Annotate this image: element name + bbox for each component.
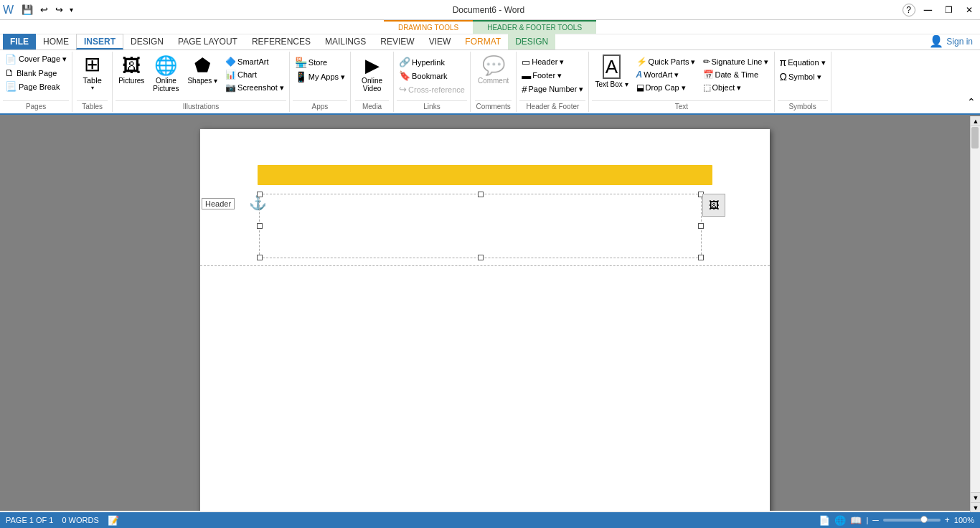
undo-btn[interactable]: ↩ bbox=[38, 3, 50, 16]
header-footer-tools-context[interactable]: HEADER & FOOTER TOOLS bbox=[473, 20, 596, 34]
user-icon: 👤 bbox=[929, 34, 943, 48]
collapse-ribbon-btn[interactable]: ⌃ bbox=[963, 95, 980, 109]
tab-review[interactable]: REVIEW bbox=[373, 34, 421, 50]
signature-line-btn[interactable]: ✏ Signature Line ▾ bbox=[701, 56, 771, 67]
restore-button[interactable]: ❐ bbox=[941, 5, 957, 15]
table-btn[interactable]: ⊞ Table ▾ bbox=[77, 53, 108, 100]
chart-btn[interactable]: 📊 Chart bbox=[223, 69, 286, 80]
resize-handle-left-center[interactable] bbox=[257, 223, 263, 229]
quick-parts-btn[interactable]: ⚡ Quick Parts ▾ bbox=[634, 56, 698, 67]
pages-group: 📄 Cover Page ▾ 🗋 Blank Page 📃 Page Break… bbox=[0, 52, 72, 112]
header-btn[interactable]: ▭ Header ▾ bbox=[519, 56, 585, 68]
document-page: ⚓ Header 🖼 bbox=[200, 129, 770, 511]
drop-cap-btn[interactable]: ⬓ Drop Cap ▾ bbox=[634, 82, 698, 93]
scrollbar-vertical[interactable]: ▲ ▼ ▼ bbox=[970, 116, 980, 511]
scroll-down-arrow[interactable]: ▼ bbox=[971, 492, 980, 502]
illustrations-group-label: Illustrations bbox=[116, 100, 286, 112]
close-button[interactable]: ✕ bbox=[961, 5, 977, 15]
tab-view[interactable]: VIEW bbox=[422, 34, 458, 50]
comments-group-label: Comments bbox=[475, 100, 512, 112]
redo-btn[interactable]: ↪ bbox=[53, 3, 65, 16]
tab-format[interactable]: FORMAT bbox=[458, 34, 508, 50]
text-box-btn[interactable]: A Text Box ▾ bbox=[592, 53, 631, 90]
save-btn[interactable]: 💾 bbox=[19, 3, 35, 16]
header-footer-group-label: Header & Footer bbox=[519, 100, 585, 112]
page-break-btn[interactable]: 📃 Page Break bbox=[3, 80, 69, 93]
links-group: 🔗 Hyperlink 🔖 Bookmark ↪ Cross-reference… bbox=[394, 52, 471, 112]
symbols-group-label: Symbols bbox=[778, 100, 828, 112]
online-pictures-btn[interactable]: 🌐 OnlinePictures bbox=[150, 53, 182, 94]
tab-home[interactable]: HOME bbox=[36, 34, 76, 50]
tables-group: ⊞ Table ▾ Tables bbox=[72, 52, 113, 112]
page-number-btn[interactable]: # Page Number ▾ bbox=[519, 83, 585, 95]
header-label-tag: Header bbox=[202, 198, 235, 209]
media-group-label: Media bbox=[355, 100, 389, 112]
shapes-btn[interactable]: ⬟ Shapes ▾ bbox=[184, 53, 220, 86]
symbol-btn[interactable]: Ω Symbol ▾ bbox=[778, 70, 828, 83]
symbols-group: π Equation ▾ Ω Symbol ▾ Symbols bbox=[775, 52, 831, 112]
store-btn[interactable]: 🏪 Store bbox=[293, 56, 347, 69]
cover-page-btn[interactable]: 📄 Cover Page ▾ bbox=[3, 53, 69, 65]
document-area: ⚓ Header 🖼 bbox=[0, 115, 980, 511]
tab-insert[interactable]: INSERT bbox=[76, 34, 123, 50]
yellow-banner bbox=[258, 165, 712, 185]
resize-handle-right-center[interactable] bbox=[698, 223, 704, 229]
bookmark-btn[interactable]: 🔖 Bookmark bbox=[397, 70, 467, 82]
comments-group: 💬 Comment Comments bbox=[471, 52, 517, 112]
header-footer-group: ▭ Header ▾ ▬ Footer ▾ # Page Number ▾ He… bbox=[517, 52, 589, 112]
tab-file[interactable]: FILE bbox=[3, 34, 36, 50]
drawing-tools-context[interactable]: DRAWING TOOLS bbox=[384, 20, 473, 34]
screenshot-btn[interactable]: 📷 Screenshot ▾ bbox=[223, 82, 286, 93]
footer-btn[interactable]: ▬ Footer ▾ bbox=[519, 70, 585, 82]
apps-group: 🏪 Store 📱 My Apps ▾ Apps bbox=[290, 52, 351, 112]
blank-page-btn[interactable]: 🗋 Blank Page bbox=[3, 67, 69, 79]
quick-access-toolbar: W 💾 ↩ ↪ ▾ bbox=[3, 3, 75, 16]
resize-handle-bottom-left[interactable] bbox=[257, 255, 263, 260]
minimize-button[interactable]: ─ bbox=[920, 4, 936, 16]
header-separator bbox=[200, 265, 770, 266]
comment-btn[interactable]: 💬 Comment bbox=[475, 53, 512, 100]
context-tabs-row: DRAWING TOOLS HEADER & FOOTER TOOLS bbox=[0, 20, 980, 34]
word-icon: W bbox=[3, 4, 14, 16]
apps-group-label: Apps bbox=[293, 100, 347, 112]
text-group: A Text Box ▾ ⚡ Quick Parts ▾ A WordArt ▾… bbox=[589, 52, 774, 112]
tab-design2[interactable]: DESIGN bbox=[508, 34, 555, 50]
tab-design[interactable]: DESIGN bbox=[123, 34, 171, 50]
resize-handle-top-left[interactable] bbox=[257, 192, 263, 197]
cross-reference-btn[interactable]: ↪ Cross-reference bbox=[397, 83, 467, 95]
object-btn[interactable]: ⬚ Object ▾ bbox=[701, 82, 771, 93]
title-bar-title: Document6 - Word bbox=[453, 5, 524, 15]
pictures-btn[interactable]: 🖼 Pictures bbox=[116, 53, 147, 86]
links-group-label: Links bbox=[397, 100, 467, 112]
resize-handle-bottom-right[interactable] bbox=[698, 255, 704, 260]
scroll-up-arrow[interactable]: ▲ bbox=[971, 116, 980, 126]
ribbon-content: 📄 Cover Page ▾ 🗋 Blank Page 📃 Page Break… bbox=[0, 50, 980, 115]
ribbon-tabs-row: FILE HOME INSERT DESIGN PAGE LAYOUT REFE… bbox=[0, 34, 980, 50]
text-group-label: Text bbox=[592, 100, 771, 112]
resize-handle-bottom-center[interactable] bbox=[478, 255, 484, 260]
tab-references[interactable]: REFERENCES bbox=[245, 34, 318, 50]
sign-in-btn[interactable]: 👤 Sign in bbox=[925, 33, 977, 50]
header-region[interactable] bbox=[259, 194, 702, 258]
help-button[interactable]: ? bbox=[903, 4, 915, 16]
smartart-btn[interactable]: 🔷 SmartArt bbox=[223, 56, 286, 67]
resize-handle-top-center[interactable] bbox=[478, 192, 484, 197]
customize-qa-btn[interactable]: ▾ bbox=[68, 4, 75, 15]
media-group: ▶ OnlineVideo Media bbox=[351, 52, 394, 112]
online-video-btn[interactable]: ▶ OnlineVideo bbox=[359, 53, 385, 100]
pages-group-label: Pages bbox=[3, 100, 69, 112]
scroll-far-down-arrow[interactable]: ▼ bbox=[971, 502, 980, 511]
my-apps-btn[interactable]: 📱 My Apps ▾ bbox=[293, 70, 347, 83]
illustrations-group: 🖼 Pictures 🌐 OnlinePictures ⬟ Shapes ▾ 🔷… bbox=[113, 52, 290, 112]
equation-btn[interactable]: π Equation ▾ bbox=[778, 56, 828, 69]
scrollbar-thumb[interactable] bbox=[971, 127, 979, 148]
hyperlink-btn[interactable]: 🔗 Hyperlink bbox=[397, 56, 467, 68]
tables-group-label: Tables bbox=[77, 100, 108, 112]
tab-mailings[interactable]: MAILINGS bbox=[318, 34, 373, 50]
image-placeholder-btn[interactable]: 🖼 bbox=[702, 194, 725, 217]
tab-page-layout[interactable]: PAGE LAYOUT bbox=[171, 34, 245, 50]
wordart-btn[interactable]: A WordArt ▾ bbox=[634, 69, 698, 80]
date-time-btn[interactable]: 📅 Date & Time bbox=[701, 69, 771, 80]
